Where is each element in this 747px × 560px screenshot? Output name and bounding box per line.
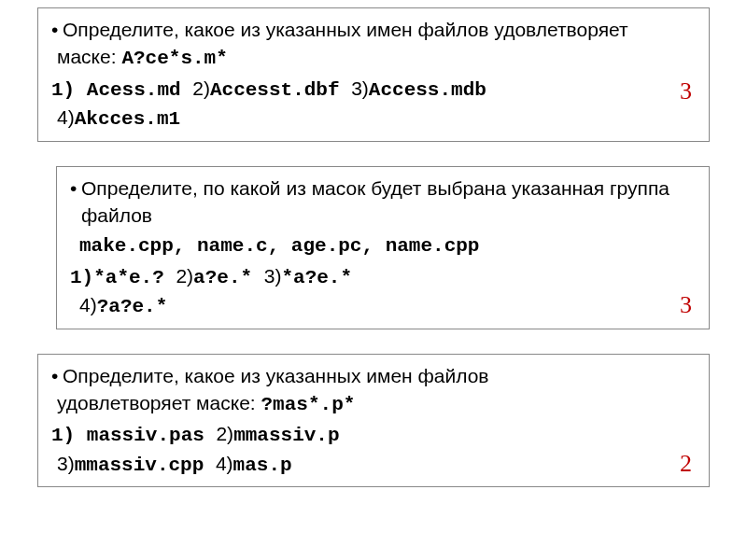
q1-opt1: Acess.md bbox=[87, 79, 192, 101]
q1-opt2: Accesst.dbf bbox=[210, 79, 351, 101]
q3-opt4: mas.p bbox=[233, 455, 292, 476]
q1-opt2-num: 2) bbox=[192, 77, 210, 99]
q2-prompt: Определите, по какой из масок будет выбр… bbox=[70, 175, 696, 230]
q1-opt4-num: 4) bbox=[51, 106, 75, 128]
q3-mask-label: удовлетворяет маске: bbox=[57, 392, 261, 413]
q2-opt1: 1)*a*e.? bbox=[70, 267, 176, 288]
q2-choices: 1)*a*e.? 2)a?e.* 3)*a?e.* 4)?a?e.* bbox=[70, 262, 696, 321]
q2-opt3-num: 3) bbox=[264, 265, 282, 287]
q2-opt4-num: 4) bbox=[70, 294, 97, 315]
q1-opt4: Akcces.m1 bbox=[75, 108, 180, 130]
q3-choices: 1) massiv.pas 2)mmassiv.p 3)mmassiv.cpp … bbox=[51, 420, 696, 479]
q2-opt3: *a?e.* bbox=[281, 267, 352, 288]
q2-opt2-num: 2) bbox=[176, 265, 193, 287]
q1-opt3: Access.mdb bbox=[369, 79, 486, 101]
q2-opt4: ?a?e.* bbox=[97, 296, 168, 317]
q1-mask: A?ce*s.m* bbox=[121, 48, 227, 69]
q1-choices: 1) Acess.md 2)Accesst.dbf 3)Access.mdb 4… bbox=[51, 75, 696, 133]
q1-mask-label: маске: bbox=[57, 46, 121, 67]
question-card-2: Определите, по какой из масок будет выбр… bbox=[56, 166, 710, 329]
q3-opt1-num: 1) bbox=[51, 425, 87, 446]
q1-answer: 3 bbox=[680, 75, 692, 108]
question-card-3: Определите, какое из указанных имен файл… bbox=[37, 354, 710, 488]
q1-opt3-num: 3) bbox=[351, 77, 369, 99]
q3-answer: 2 bbox=[680, 447, 692, 481]
q2-answer: 3 bbox=[680, 288, 692, 322]
q3-opt1: massiv.pas bbox=[87, 425, 217, 446]
q2-opt2: a?e.* bbox=[193, 267, 264, 288]
q3-prompt-line1: Определите, какое из указанных имен файл… bbox=[51, 362, 696, 389]
q3-opt4-num: 4) bbox=[216, 453, 233, 474]
q3-opt2-num: 2) bbox=[216, 423, 233, 444]
q1-prompt-line2: маске: A?ce*s.m* bbox=[51, 43, 696, 72]
q1-prompt-line1: Определите, какое из указанных имен файл… bbox=[51, 16, 696, 43]
q2-files: make.cpp, name.c, age.pc, name.cpp bbox=[70, 232, 696, 259]
q3-opt3: mmassiv.cpp bbox=[75, 455, 216, 476]
q1-opt1-num: 1) bbox=[51, 79, 87, 101]
q3-mask: ?mas*.p* bbox=[261, 394, 356, 415]
q3-prompt-line2: удовлетворяет маске: ?mas*.p* bbox=[51, 389, 696, 418]
question-card-1: Определите, какое из указанных имен файл… bbox=[37, 7, 710, 142]
q3-opt2: mmassiv.p bbox=[233, 425, 339, 446]
q3-opt3-num: 3) bbox=[51, 453, 75, 474]
